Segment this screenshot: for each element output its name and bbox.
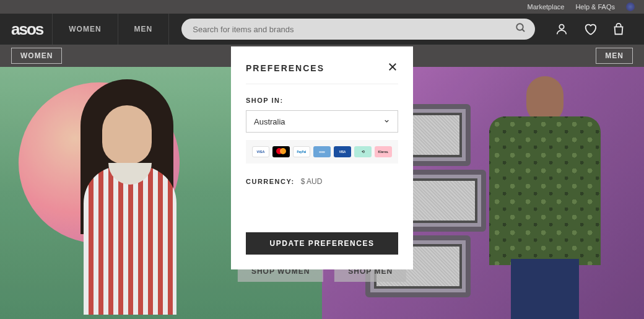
visa-icon: VISA [252, 146, 269, 157]
klarna-icon: Klarna. [375, 146, 392, 157]
currency-label: CURRENCY: [246, 178, 295, 185]
visa-debit-icon: VISA [334, 146, 351, 157]
currency-row: CURRENCY: $ AUD [246, 177, 398, 186]
chevron-down-icon [383, 117, 390, 126]
paypal-icon: PayPal [293, 146, 310, 157]
close-icon[interactable] [387, 61, 398, 75]
preferences-modal: PREFERENCES SHOP IN: Australia VISA PayP… [231, 46, 413, 269]
mastercard-icon [272, 146, 290, 157]
modal-title: PREFERENCES [246, 63, 324, 73]
currency-value: $ AUD [301, 177, 323, 186]
afterpay-icon: ⟲ [354, 146, 372, 157]
update-preferences-button[interactable]: UPDATE PREFERENCES [246, 232, 398, 255]
shop-in-label: SHOP IN: [246, 97, 398, 104]
payment-methods: VISA PayPal ≡≡≡ VISA ⟲ Klarna. [246, 140, 398, 164]
amex-icon: ≡≡≡ [313, 146, 331, 157]
country-dropdown[interactable]: Australia [246, 110, 398, 133]
country-value: Australia [254, 117, 285, 126]
modal-header: PREFERENCES [246, 61, 398, 84]
